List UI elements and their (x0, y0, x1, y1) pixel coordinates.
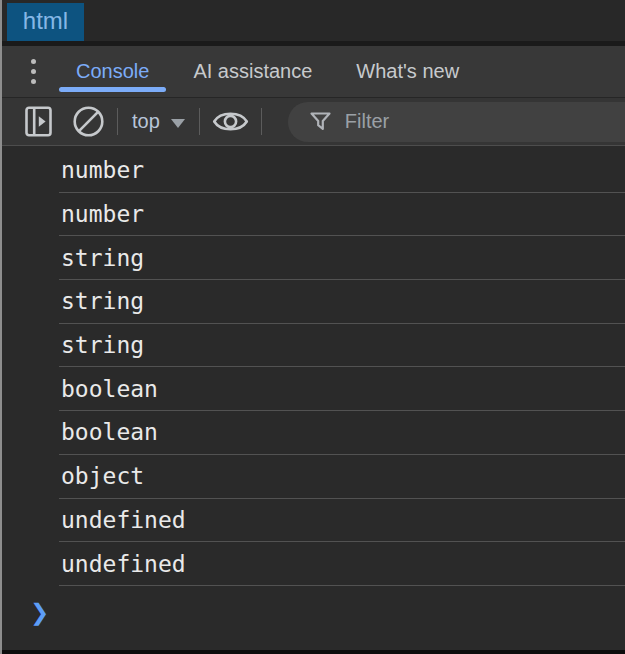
console-toolbar: top (2, 98, 625, 146)
console-sidebar-toggle-button[interactable] (25, 106, 52, 137)
page-tab-strip: html (2, 0, 625, 41)
toolbar-separator (261, 108, 262, 135)
console-message: string (59, 280, 625, 324)
context-selector-label: top (132, 110, 160, 133)
filter-funnel-icon (309, 110, 332, 133)
console-message: boolean (59, 367, 625, 411)
tab-whats-new-label: What's new (356, 60, 459, 83)
active-tab-underline (59, 87, 166, 92)
live-expression-button[interactable] (212, 108, 249, 135)
console-sidebar-toggle-icon (25, 106, 52, 137)
page-tab-html[interactable]: html (7, 3, 84, 41)
toolbar-separator (199, 108, 200, 135)
console-message: number (59, 149, 625, 193)
tab-whats-new[interactable]: What's new (339, 46, 476, 97)
javascript-context-selector[interactable]: top (132, 110, 185, 133)
console-message: string (59, 236, 625, 280)
tab-ai-assistance[interactable]: AI assistance (176, 46, 329, 97)
tab-console-label: Console (76, 60, 149, 83)
eye-icon (212, 108, 249, 135)
filter-input[interactable] (345, 110, 625, 133)
toolbar-separator (117, 108, 118, 135)
console-prompt[interactable]: ❯ (2, 594, 625, 630)
tab-ai-assistance-label: AI assistance (193, 60, 312, 83)
filter-field[interactable] (288, 102, 625, 142)
prompt-chevron-icon: ❯ (30, 599, 49, 625)
console-message: string (59, 324, 625, 368)
clear-console-icon (72, 105, 105, 138)
console-message: object (59, 455, 625, 499)
window-bottom-edge (2, 650, 625, 654)
devtools-panel-tabs: Console AI assistance What's new (2, 46, 625, 98)
console-message: undefined (59, 542, 625, 586)
clear-console-button[interactable] (72, 105, 105, 138)
console-messages: number number string string string boole… (2, 146, 625, 630)
console-message: undefined (59, 499, 625, 543)
console-message: number (59, 193, 625, 237)
kebab-menu-icon[interactable] (23, 46, 43, 97)
tab-console[interactable]: Console (59, 46, 166, 97)
devtools-window: html Console AI assistance What's new (0, 0, 625, 654)
console-message: boolean (59, 411, 625, 455)
chevron-down-icon (171, 119, 185, 128)
